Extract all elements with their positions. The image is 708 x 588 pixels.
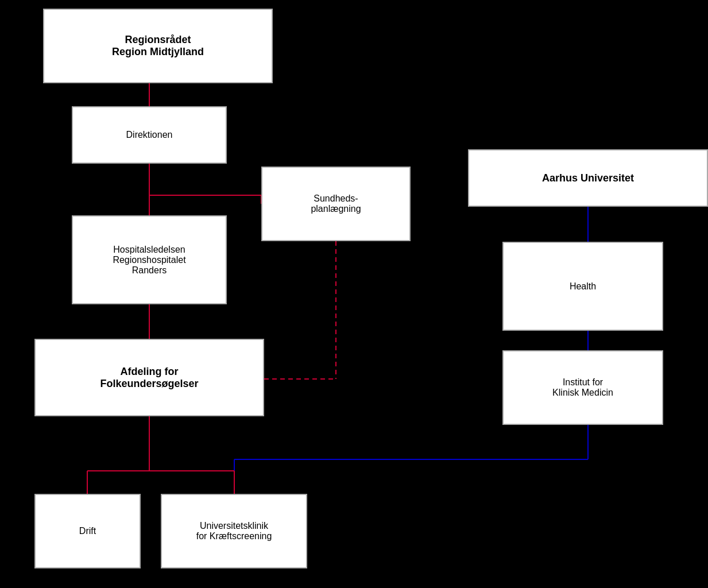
node-universitetsklinik-label: Universitetsklinikfor Kræftscreening [196,521,272,541]
node-drift-label: Drift [79,526,96,536]
node-regionsraadet: RegionsrådetRegion Midtjylland [43,9,273,83]
node-institut: Institut forKlinisk Medicin [502,350,663,425]
node-sundhedsplanlaegning-label: Sundheds-planlægning [311,194,361,214]
org-chart: RegionsrådetRegion Midtjylland Direktion… [0,0,708,588]
node-universitetsklinik: Universitetsklinikfor Kræftscreening [161,494,307,568]
node-sundhedsplanlaegning: Sundheds-planlægning [261,167,411,241]
node-afdeling: Afdeling forFolkeundersøgelser [34,339,264,416]
node-drift: Drift [34,494,141,568]
node-institut-label: Institut forKlinisk Medicin [552,377,613,398]
node-health-label: Health [570,281,596,292]
node-aarhus-uni-label: Aarhus Universitet [542,172,634,184]
node-aarhus-uni: Aarhus Universitet [468,149,708,207]
node-health: Health [502,242,663,331]
node-regionsraadet-label: RegionsrådetRegion Midtjylland [112,34,204,58]
node-direktionen: Direktionen [72,106,227,164]
node-hospitalsledelsen: HospitalsledelsenRegionshospitaletRander… [72,215,227,304]
node-afdeling-label: Afdeling forFolkeundersøgelser [100,366,198,390]
node-hospitalsledelsen-label: HospitalsledelsenRegionshospitaletRander… [113,245,185,276]
node-direktionen-label: Direktionen [126,130,173,140]
